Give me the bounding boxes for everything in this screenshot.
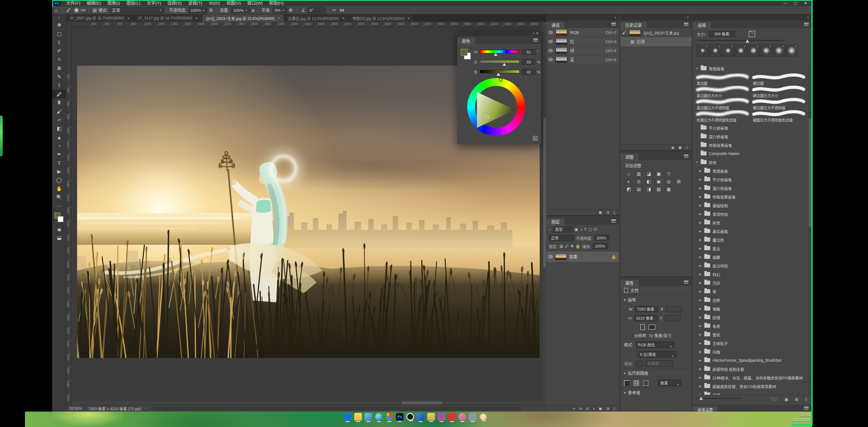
crop-tool[interactable]: ⌗: [52, 55, 66, 64]
brush-tool[interactable]: 🖉: [52, 90, 66, 98]
new-channel-icon[interactable]: ⊞: [606, 210, 610, 215]
brush-tip-1[interactable]: ✓: [709, 44, 722, 57]
brush-settings-menu-icon[interactable]: [804, 407, 809, 410]
type-tool[interactable]: T: [52, 159, 66, 167]
link-layers-icon[interactable]: ∞: [573, 407, 575, 412]
brush-preview-icon[interactable]: [73, 7, 79, 13]
taskbar-icon-folder-tools[interactable]: [427, 413, 435, 421]
document-tab-1[interactable]: 37_3147.jpg @ 16.7%(RGB/8#)✕: [134, 15, 202, 22]
brush-preset-硬边圆压力不透明度[interactable]: 硬边圆压力不透明度: [752, 98, 805, 110]
history-brush-tool[interactable]: 🖌: [52, 107, 66, 116]
brush-preset-柔边圆[interactable]: 柔边圆: [696, 73, 749, 86]
taskbar-icon-huion[interactable]: [438, 413, 445, 421]
brush-folder-sub-22[interactable]: ▶AlectorFencer_Speedpainting_BrushSet: [693, 356, 808, 364]
toggle-grid-icon[interactable]: [634, 380, 639, 386]
taskbar-icon-photos[interactable]: [365, 413, 372, 421]
brush-folder-top-0[interactable]: 干介质画笔: [693, 123, 808, 132]
canvas-section-label[interactable]: 画布: [628, 297, 636, 303]
toggle-guides-icon[interactable]: [643, 380, 649, 386]
layer-visibility-eye-icon[interactable]: [548, 255, 553, 258]
brush-folder-sub-11[interactable]: ▶斑点特效: [693, 261, 808, 270]
rulers-section-label[interactable]: 标尺和网格: [628, 370, 649, 376]
adjustment-icon-2-1[interactable]: ▤: [636, 187, 642, 192]
brush-tip-6[interactable]: ✓: [773, 44, 785, 57]
layer-mask-icon[interactable]: ◘: [586, 407, 589, 412]
zoom-level[interactable]: 33.55%: [69, 406, 82, 411]
menu-8[interactable]: 视图(V): [223, 0, 244, 6]
brush-folder-sub-0[interactable]: ▶常规画笔: [693, 166, 808, 175]
clone-stamp-tool[interactable]: ♜: [52, 98, 66, 107]
delete-state-icon[interactable]: ▯: [686, 146, 688, 150]
adjustments-menu-icon[interactable]: [684, 155, 688, 158]
tab-properties[interactable]: 属性: [620, 280, 639, 287]
layer-filter-type[interactable]: 类型: [553, 226, 573, 233]
brightness-slider[interactable]: [480, 70, 520, 73]
brush-folder-sub-8[interactable]: ▶魔法阵: [693, 235, 808, 244]
tab-layers[interactable]: 图层: [546, 218, 565, 226]
brush-folder-top-2[interactable]: 特殊效果画笔: [693, 141, 808, 149]
menu-0[interactable]: 文件(F): [63, 0, 83, 6]
adjustment-icon-0-3[interactable]: ▣: [656, 171, 662, 177]
layer-fill-field[interactable]: 100%: [593, 243, 608, 249]
background-color-swatch[interactable]: [58, 216, 63, 222]
brush-folder-sub-5[interactable]: ▶常用特效: [693, 209, 808, 218]
taskbar-icon-explorer[interactable]: [354, 413, 362, 421]
lock-paint-icon[interactable]: 🖉: [565, 244, 569, 248]
tab-close-icon[interactable]: ✕: [407, 16, 410, 20]
brushes-menu-icon[interactable]: [804, 23, 809, 26]
smoothing-gear-icon[interactable]: ⚙: [289, 8, 293, 13]
edit-toolbar[interactable]: ⋯: [52, 202, 66, 210]
brush-folder-sub-21[interactable]: ▶闪电: [693, 347, 808, 356]
document-tab-3[interactable]: 去雾匹.jpg @ 12.5%(RGB/8#)✕: [284, 15, 349, 22]
canvas-height-field[interactable]: 4210 像素: [634, 315, 658, 321]
adjustment-icon-1-3[interactable]: ◉: [656, 179, 662, 184]
filter-type-icon[interactable]: T: [584, 227, 586, 232]
symmetry-icon[interactable]: ⋈: [340, 8, 344, 13]
brush-tip-5[interactable]: ✓: [760, 44, 772, 57]
canvas-vertical-scrollbar[interactable]: [543, 27, 546, 405]
menu-10[interactable]: 帮助(H): [266, 0, 287, 6]
layer-opacity-field[interactable]: 100%: [594, 235, 610, 241]
pressure-size-icon[interactable]: ✑: [332, 8, 336, 13]
properties-menu-icon[interactable]: [684, 281, 688, 284]
delete-layer-icon[interactable]: ▯: [614, 407, 615, 412]
adjustment-icon-1-0[interactable]: ◐: [626, 179, 632, 184]
color-menu-icon[interactable]: [533, 39, 538, 42]
brush-folder-sub-20[interactable]: ▶主体粒子: [693, 339, 808, 347]
tab-close-icon[interactable]: ✕: [195, 16, 198, 20]
move-tool[interactable]: ✥: [52, 21, 66, 29]
history-brush-source-icon[interactable]: 🖌: [622, 30, 626, 35]
brush-folder-sub-3[interactable]: ▶特殊效果画笔: [693, 192, 808, 201]
taskbar-icon-edge[interactable]: [375, 413, 383, 421]
screen-mode-icon[interactable]: ⬓: [52, 233, 66, 242]
new-layer-icon[interactable]: ⊞: [606, 407, 610, 412]
new-document-from-state-icon[interactable]: ◉: [671, 146, 674, 150]
delete-channel-icon[interactable]: ▯: [614, 210, 615, 215]
brush-preset-硬边圆压力大小[interactable]: 硬边圆压力大小: [752, 86, 805, 98]
adjustment-icon-2-0[interactable]: ◩: [626, 187, 632, 192]
tab-brush-settings[interactable]: 画笔设置: [693, 406, 717, 412]
tab-close-icon[interactable]: ✕: [277, 16, 280, 20]
flow-field[interactable]: 100%▼: [231, 7, 250, 13]
hue-slider[interactable]: [480, 50, 520, 53]
triangle-marker[interactable]: [485, 115, 489, 119]
new-snapshot-icon[interactable]: ▣: [678, 146, 682, 150]
maximize-button[interactable]: ▢: [794, 0, 798, 6]
new-brush-icon[interactable]: ⊞: [795, 397, 798, 402]
hand-tool[interactable]: ✋: [52, 184, 66, 193]
mode-select[interactable]: 正常▼: [110, 7, 164, 13]
brush-preset-软圆压力不透明度和流量[interactable]: 软圆压力不透明度和流量: [696, 110, 749, 122]
brush-folder-sub-10[interactable]: ▶烟雾: [693, 252, 808, 261]
brush-folder-sub-14[interactable]: ▶草: [693, 287, 808, 296]
pen-tool[interactable]: ✒: [52, 150, 66, 159]
hue-ring-marker[interactable]: [499, 78, 502, 82]
channel-eye-icon[interactable]: [548, 49, 553, 52]
layer-thumbnail[interactable]: [555, 253, 567, 260]
marquee-tool[interactable]: ▢: [52, 29, 66, 38]
filter-shape-icon[interactable]: ▢: [588, 227, 592, 232]
brush-size-slider[interactable]: [697, 38, 785, 43]
tab-history[interactable]: 历史记录: [620, 22, 647, 29]
brush-folder-sub-19[interactable]: ▶管状: [693, 330, 808, 339]
brush-folder-sub-23[interactable]: ▶质感特效 绘制全套: [693, 364, 808, 373]
collapse-panels-icon-b[interactable]: »: [620, 15, 692, 20]
